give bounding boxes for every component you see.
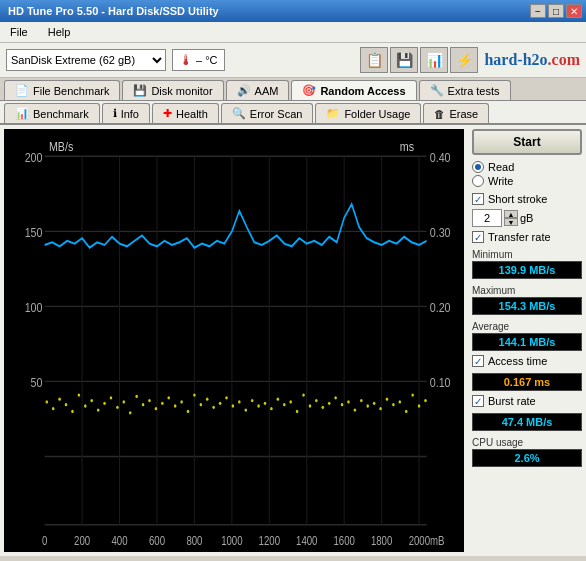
title-bar: HD Tune Pro 5.50 - Hard Disk/SSD Utility…	[0, 0, 586, 22]
svg-point-72	[399, 400, 402, 403]
tab-aam[interactable]: 🔊 AAM	[226, 80, 290, 100]
info-icon: ℹ	[113, 107, 117, 120]
tab-folder-usage[interactable]: 📁 Folder Usage	[315, 103, 421, 123]
read-radio[interactable]: Read	[472, 161, 582, 173]
svg-point-68	[373, 402, 376, 405]
access-time-checkbox[interactable]: ✓ Access time	[472, 355, 582, 367]
tab-file-benchmark[interactable]: 📄 File Benchmark	[4, 80, 120, 100]
access-time-checkbox-label: Access time	[488, 355, 547, 367]
svg-text:0: 0	[42, 534, 47, 547]
spinner-up-button[interactable]: ▲	[504, 210, 518, 218]
short-stroke-label: Short stroke	[488, 193, 547, 205]
svg-point-17	[46, 400, 49, 403]
menu-help[interactable]: Help	[42, 24, 77, 40]
thermometer-icon: 🌡	[179, 52, 193, 68]
average-stat: Average 144.1 MB/s	[472, 321, 582, 351]
svg-text:1000: 1000	[221, 534, 242, 547]
tab-erase-label: Erase	[449, 108, 478, 120]
minimize-button[interactable]: −	[530, 4, 546, 18]
svg-text:MB/s: MB/s	[49, 139, 73, 155]
minimum-label: Minimum	[472, 249, 582, 260]
svg-text:2000mB: 2000mB	[409, 534, 445, 547]
svg-point-56	[296, 410, 299, 413]
svg-point-35	[161, 402, 164, 405]
transfer-rate-checkbox[interactable]: ✓ Transfer rate	[472, 231, 582, 243]
health-icon: ✚	[163, 107, 172, 120]
menu-file[interactable]: File	[4, 24, 34, 40]
menu-bar: File Help	[0, 22, 586, 43]
tab-extra-tests-label: Extra tests	[448, 85, 500, 97]
close-button[interactable]: ✕	[566, 4, 582, 18]
tab-error-scan[interactable]: 🔍 Error Scan	[221, 103, 314, 123]
svg-point-67	[366, 404, 369, 407]
tab-random-access[interactable]: 🎯 Random Access	[291, 80, 416, 100]
svg-text:1400: 1400	[296, 534, 317, 547]
read-radio-circle	[472, 161, 484, 173]
folder-usage-icon: 📁	[326, 107, 340, 120]
start-button[interactable]: Start	[472, 129, 582, 155]
svg-point-51	[264, 402, 267, 405]
tab-health[interactable]: ✚ Health	[152, 103, 219, 123]
svg-text:200: 200	[74, 534, 90, 547]
gb-spinner-input[interactable]	[472, 209, 502, 227]
svg-text:150: 150	[25, 225, 43, 241]
window-title: HD Tune Pro 5.50 - Hard Disk/SSD Utility	[8, 5, 219, 17]
tab-info[interactable]: ℹ Info	[102, 103, 150, 123]
svg-text:0.10: 0.10	[430, 375, 451, 391]
toolbar-icon-3[interactable]: 📊	[420, 47, 448, 73]
toolbar-icon-group: 📋 💾 📊 ⚡	[360, 47, 478, 73]
average-label: Average	[472, 321, 582, 332]
average-value: 144.1 MB/s	[472, 333, 582, 351]
svg-text:ms: ms	[400, 139, 414, 155]
toolbar-icon-4[interactable]: ⚡	[450, 47, 478, 73]
tab-file-benchmark-label: File Benchmark	[33, 85, 109, 97]
svg-text:0.20: 0.20	[430, 300, 451, 316]
maximum-stat: Maximum 154.3 MB/s	[472, 285, 582, 315]
read-write-group: Read Write	[472, 159, 582, 189]
svg-text:400: 400	[112, 534, 128, 547]
benchmark-icon: 📊	[15, 107, 29, 120]
svg-point-59	[315, 399, 318, 402]
tab-random-access-label: Random Access	[320, 85, 405, 97]
svg-point-57	[302, 393, 305, 396]
svg-point-53	[277, 398, 280, 401]
tab-benchmark[interactable]: 📊 Benchmark	[4, 103, 100, 123]
svg-text:1600: 1600	[333, 534, 354, 547]
burst-rate-checkbox[interactable]: ✓ Burst rate	[472, 395, 582, 407]
svg-point-50	[257, 404, 260, 407]
tab-extra-tests[interactable]: 🔧 Extra tests	[419, 80, 511, 100]
burst-rate-checkbox-label: Burst rate	[488, 395, 536, 407]
tab-health-label: Health	[176, 108, 208, 120]
svg-point-37	[174, 404, 177, 407]
svg-point-55	[289, 400, 292, 403]
write-radio[interactable]: Write	[472, 175, 582, 187]
spinner-down-button[interactable]: ▼	[504, 218, 518, 226]
disk-selector[interactable]: SanDisk Extreme (62 gB)	[6, 49, 166, 71]
svg-point-26	[103, 402, 106, 405]
tab-erase[interactable]: 🗑 Erase	[423, 103, 489, 123]
aam-icon: 🔊	[237, 84, 251, 97]
cpu-usage-value: 2.6%	[472, 449, 582, 467]
svg-point-76	[424, 399, 427, 402]
svg-point-44	[219, 402, 222, 405]
access-time-value: 0.167 ms	[472, 373, 582, 391]
svg-point-73	[405, 410, 408, 413]
maximize-button[interactable]: □	[548, 4, 564, 18]
tab-disk-monitor[interactable]: 💾 Disk monitor	[122, 80, 223, 100]
toolbar-icon-2[interactable]: 💾	[390, 47, 418, 73]
transfer-rate-check: ✓	[472, 231, 484, 243]
toolbar-icon-1[interactable]: 📋	[360, 47, 388, 73]
temperature-value: – °C	[196, 54, 218, 66]
svg-point-19	[58, 398, 61, 401]
read-radio-dot	[475, 164, 481, 170]
svg-text:100: 100	[25, 300, 43, 316]
tab-folder-usage-label: Folder Usage	[344, 108, 410, 120]
erase-icon: 🗑	[434, 108, 445, 120]
svg-text:0.30: 0.30	[430, 225, 451, 241]
short-stroke-checkbox[interactable]: ✓ Short stroke	[472, 193, 582, 205]
burst-rate-check: ✓	[472, 395, 484, 407]
svg-point-71	[392, 403, 395, 406]
svg-rect-0	[4, 129, 464, 552]
svg-point-48	[244, 408, 247, 411]
svg-point-49	[251, 399, 254, 402]
